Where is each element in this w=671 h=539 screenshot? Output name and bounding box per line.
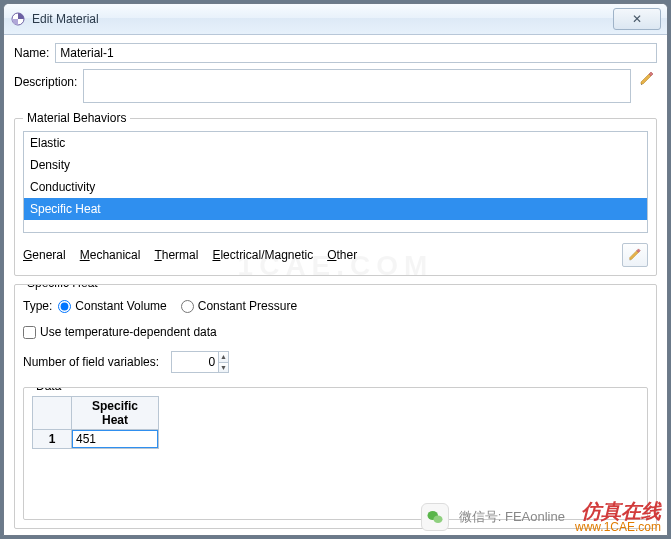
- menu-thermal[interactable]: Thermal: [154, 248, 198, 262]
- description-input[interactable]: [83, 69, 631, 103]
- description-row: Description:: [14, 69, 657, 103]
- behavior-list[interactable]: ElasticDensityConductivitySpecific Heat: [23, 131, 648, 233]
- specific-heat-value-input[interactable]: [72, 430, 158, 448]
- name-label: Name:: [14, 46, 49, 60]
- pencil-icon: [628, 248, 642, 262]
- behavior-menus: General Mechanical Thermal Electrical/Ma…: [23, 243, 648, 267]
- type-row: Type: Constant Volume Constant Pressure: [23, 299, 648, 313]
- titlebar[interactable]: Edit Material ✕: [4, 4, 667, 35]
- name-row: Name:: [14, 43, 657, 63]
- field-vars-row: Number of field variables: ▲ ▼: [23, 351, 648, 373]
- field-vars-label: Number of field variables:: [23, 355, 159, 369]
- name-input[interactable]: [55, 43, 657, 63]
- data-group: Data Specific Heat 1: [23, 387, 648, 520]
- behavior-item-density[interactable]: Density: [24, 154, 647, 176]
- window-title: Edit Material: [32, 12, 613, 26]
- specific-heat-legend: Specific Heat: [23, 284, 102, 290]
- table-row[interactable]: 1: [33, 430, 159, 449]
- menu-electrical[interactable]: Electrical/Magnetic: [212, 248, 313, 262]
- behavior-item-elastic[interactable]: Elastic: [24, 132, 647, 154]
- edit-description-button[interactable]: [637, 69, 657, 89]
- window-close-button[interactable]: ✕: [613, 8, 661, 30]
- spinner-down[interactable]: ▼: [219, 363, 228, 373]
- app-icon: [10, 11, 26, 27]
- spinner-arrows: ▲ ▼: [218, 352, 228, 372]
- data-legend: Data: [32, 387, 65, 393]
- spinner-up[interactable]: ▲: [219, 352, 228, 363]
- constant-volume-radio[interactable]: [58, 300, 71, 313]
- menu-other[interactable]: Other: [327, 248, 357, 262]
- pencil-icon: [639, 71, 655, 87]
- type-label: Type:: [23, 299, 52, 313]
- edit-material-window: Edit Material ✕ Name: Description: Mater…: [3, 3, 668, 536]
- cell-specific-heat[interactable]: [72, 430, 159, 449]
- field-vars-spinner[interactable]: ▲ ▼: [171, 351, 229, 373]
- temp-dep-row: Use temperature-dependent data: [23, 325, 648, 339]
- specific-heat-table[interactable]: Specific Heat 1: [32, 396, 159, 449]
- behavior-item-conductivity[interactable]: Conductivity: [24, 176, 647, 198]
- temp-dependent-label[interactable]: Use temperature-dependent data: [40, 325, 217, 339]
- row-index: 1: [33, 430, 72, 449]
- edit-behavior-button[interactable]: [622, 243, 648, 267]
- table-corner: [33, 397, 72, 430]
- description-label: Description:: [14, 69, 77, 89]
- client-area: Name: Description: Material Behaviors El…: [4, 35, 667, 535]
- behavior-item-specific-heat[interactable]: Specific Heat: [24, 198, 647, 220]
- field-vars-input[interactable]: [172, 352, 218, 372]
- material-behaviors-group: Material Behaviors ElasticDensityConduct…: [14, 111, 657, 276]
- material-behaviors-legend: Material Behaviors: [23, 111, 130, 125]
- menu-mechanical[interactable]: Mechanical: [80, 248, 141, 262]
- col-specific-heat[interactable]: Specific Heat: [72, 397, 159, 430]
- constant-pressure-label[interactable]: Constant Pressure: [198, 299, 297, 313]
- constant-pressure-radio[interactable]: [181, 300, 194, 313]
- constant-volume-label[interactable]: Constant Volume: [75, 299, 166, 313]
- menu-general[interactable]: General: [23, 248, 66, 262]
- temp-dependent-checkbox[interactable]: [23, 326, 36, 339]
- specific-heat-panel: Specific Heat Type: Constant Volume Cons…: [14, 284, 657, 529]
- close-icon: ✕: [632, 12, 642, 26]
